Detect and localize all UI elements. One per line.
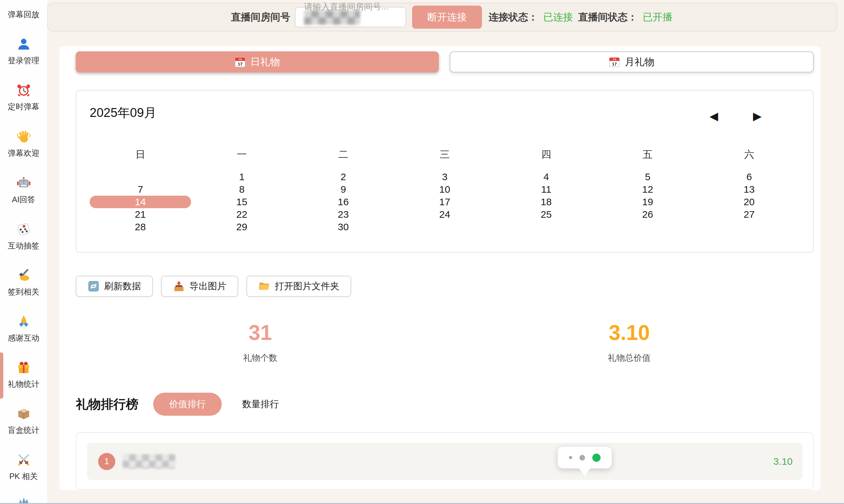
calendar-day[interactable]: 20 bbox=[698, 196, 800, 208]
refresh-icon bbox=[88, 280, 100, 292]
calendar-day[interactable]: 3 bbox=[394, 170, 496, 183]
folded-hands-icon bbox=[16, 314, 31, 329]
calendar-day[interactable]: 30 bbox=[292, 221, 394, 233]
svg-text:17: 17 bbox=[238, 61, 243, 67]
connection-status-value: 已连接 bbox=[543, 11, 573, 24]
sidebar-item-danmu-welcome[interactable]: 弹幕欢迎 bbox=[0, 129, 47, 159]
writing-hand-icon bbox=[16, 268, 31, 283]
calendar-day[interactable]: 21 bbox=[90, 208, 191, 221]
calendar-day[interactable]: 26 bbox=[597, 208, 698, 221]
sidebar-item-label: 互动抽签 bbox=[8, 240, 39, 251]
sidebar-item-blindbox-stats[interactable]: 盲盒统计 bbox=[0, 407, 47, 435]
svg-text:July: July bbox=[612, 58, 616, 60]
calendar-day-selected[interactable]: 14 bbox=[90, 196, 191, 208]
sidebar-item-label: 盲盒统计 bbox=[8, 425, 39, 435]
calendar-day[interactable]: 11 bbox=[496, 183, 597, 196]
sidebar-item-gift-stats[interactable]: 礼物统计 bbox=[0, 360, 47, 389]
calendar-next-button[interactable]: ▶ bbox=[753, 110, 762, 122]
tab-daily-gifts[interactable]: July17 日礼物 bbox=[76, 51, 439, 72]
export-icon bbox=[173, 280, 185, 292]
calendar-day[interactable]: 9 bbox=[292, 183, 394, 196]
room-number-label: 直播间房间号 bbox=[231, 11, 290, 24]
sidebar-item-label: 登录管理 bbox=[8, 55, 39, 66]
calendar-day[interactable]: 18 bbox=[496, 196, 597, 208]
calendar-day[interactable]: 12 bbox=[597, 183, 698, 196]
sidebar-item-label: 礼物统计 bbox=[8, 379, 39, 389]
floating-indicator-bubble[interactable] bbox=[558, 447, 612, 468]
alarm-clock-icon bbox=[16, 83, 31, 97]
calendar-day[interactable]: 6 bbox=[698, 170, 800, 183]
room-number-placeholder: 请输入直播间房间号... bbox=[304, 1, 389, 13]
gift-count-stat: 31 礼物个数 bbox=[76, 321, 445, 364]
room-number-input[interactable]: 请输入直播间房间号... bbox=[295, 7, 406, 28]
sidebar-item-pk[interactable]: PK 相关 bbox=[0, 453, 47, 482]
calendar-day[interactable]: 13 bbox=[698, 183, 800, 196]
connection-status-label: 连接状态： bbox=[488, 11, 538, 24]
calendar-day[interactable]: 10 bbox=[394, 183, 496, 196]
svg-text:July: July bbox=[238, 58, 242, 60]
svg-text:17: 17 bbox=[612, 61, 617, 67]
sidebar-item-timed-danmu[interactable]: 定时弹幕 bbox=[0, 83, 47, 112]
calendar-day[interactable]: 8 bbox=[191, 183, 292, 196]
gift-count-label: 礼物个数 bbox=[76, 352, 445, 364]
rank-badge: 1 bbox=[98, 453, 115, 470]
open-folder-icon bbox=[258, 280, 270, 292]
calendar-day-empty bbox=[597, 221, 698, 233]
tab-monthly-label: 月礼物 bbox=[625, 55, 654, 69]
ranking-tab-by-value[interactable]: 价值排行 bbox=[153, 393, 222, 416]
export-image-button[interactable]: 导出图片 bbox=[161, 276, 238, 297]
calendar-weekday: 六 bbox=[698, 142, 800, 170]
sidebar-item-label: AI回答 bbox=[12, 194, 35, 205]
disconnect-button[interactable]: 断开连接 bbox=[412, 5, 482, 29]
gift-count-value: 31 bbox=[76, 321, 445, 344]
calendar-day[interactable]: 22 bbox=[191, 208, 292, 221]
sidebar-item-label: PK 相关 bbox=[9, 471, 38, 482]
gift-stats-panel: July17 日礼物 July17 月礼物 2025年09月 ◀ ▶ 日 一 二… bbox=[59, 46, 820, 490]
ranking-row[interactable]: 1 3.10 bbox=[87, 443, 803, 480]
calendar-weekday: 三 bbox=[394, 142, 496, 170]
crossed-swords-icon bbox=[16, 453, 31, 467]
calendar-day[interactable]: 24 bbox=[394, 208, 496, 221]
gift-total-value-stat: 3.10 礼物总价值 bbox=[445, 321, 814, 364]
calendar-weekday: 四 bbox=[496, 142, 597, 170]
calendar-day[interactable]: 16 bbox=[292, 196, 394, 208]
robot-icon bbox=[16, 176, 31, 191]
calendar-day-empty bbox=[496, 221, 597, 233]
ranking-title: 礼物排行榜 bbox=[76, 396, 138, 413]
calendar-day[interactable]: 27 bbox=[698, 208, 800, 221]
sidebar-item-label: 感谢互动 bbox=[8, 333, 39, 343]
calendar-day[interactable]: 23 bbox=[292, 208, 394, 221]
calendar-day[interactable]: 25 bbox=[496, 208, 597, 221]
rank-gift-value: 3.10 bbox=[773, 456, 793, 467]
calendar-icon: July17 bbox=[609, 56, 620, 68]
calendar-weekday: 五 bbox=[597, 142, 698, 170]
calendar-day[interactable]: 19 bbox=[597, 196, 698, 208]
calendar-day[interactable]: 1 bbox=[191, 170, 292, 183]
dice-icon bbox=[16, 222, 31, 236]
calendar-day[interactable]: 28 bbox=[90, 221, 191, 233]
ranking-tab-by-count[interactable]: 数量排行 bbox=[242, 398, 279, 411]
open-image-folder-button[interactable]: 打开图片文件夹 bbox=[247, 276, 351, 297]
sidebar-item-ai-answer[interactable]: AI回答 bbox=[0, 176, 47, 205]
sidebar-item-label: 弹幕回放 bbox=[8, 9, 39, 20]
calendar-day[interactable]: 7 bbox=[90, 183, 191, 196]
export-image-label: 导出图片 bbox=[190, 280, 226, 292]
sidebar-item-danmu-replay[interactable]: 弹幕回放 bbox=[0, 9, 47, 20]
tab-daily-label: 日礼物 bbox=[250, 55, 280, 69]
sidebar-item-lottery[interactable]: 互动抽签 bbox=[0, 222, 47, 251]
rank-user-blurred-name bbox=[123, 454, 175, 469]
tab-monthly-gifts[interactable]: July17 月礼物 bbox=[450, 51, 814, 72]
sidebar-item-login[interactable]: 登录管理 bbox=[0, 37, 47, 66]
ranking-header: 礼物排行榜 价值排行 数量排行 bbox=[76, 393, 814, 416]
sidebar-item-checkin[interactable]: 签到相关 bbox=[0, 268, 47, 297]
calendar-day[interactable]: 29 bbox=[191, 221, 292, 233]
calendar-day[interactable]: 17 bbox=[394, 196, 496, 208]
calendar-day[interactable]: 5 bbox=[597, 170, 698, 183]
calendar-day[interactable]: 2 bbox=[292, 170, 394, 183]
sidebar-item-thanks[interactable]: 感谢互动 bbox=[0, 314, 47, 343]
calendar-day[interactable]: 15 bbox=[191, 196, 292, 208]
indicator-dot-small bbox=[569, 456, 572, 459]
calendar-prev-button[interactable]: ◀ bbox=[710, 110, 718, 122]
calendar-day[interactable]: 4 bbox=[496, 170, 597, 183]
refresh-data-button[interactable]: 刷新数据 bbox=[76, 276, 153, 297]
